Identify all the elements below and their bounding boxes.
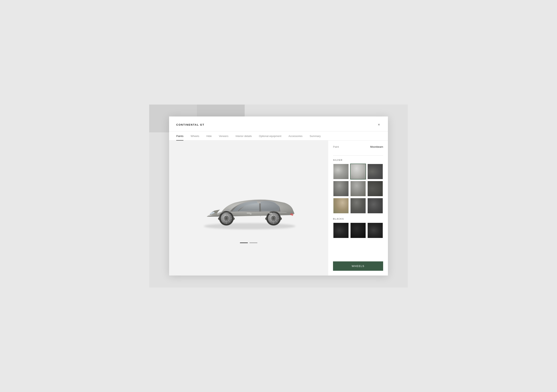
color-swatch-silver-1[interactable] — [333, 164, 349, 179]
blacks-section-label: BLACKS — [333, 218, 383, 220]
paint-header: Paint Moonbeam — [333, 145, 383, 148]
outer-wrapper: CONTINENTAL GT × Paints Wheels Hide Vene… — [149, 104, 408, 288]
silver-color-grid — [333, 164, 383, 214]
svg-point-0 — [204, 223, 295, 229]
dot-1[interactable] — [240, 242, 248, 243]
car-visual — [191, 173, 306, 237]
color-swatch-silver-4[interactable] — [333, 181, 349, 197]
dots-nav — [240, 242, 257, 243]
color-swatch-silver-9[interactable] — [367, 198, 383, 214]
right-panel: Paint Moonbeam SILVER — [328, 141, 388, 275]
modal-title: CONTINENTAL GT — [176, 123, 205, 126]
tab-accessories[interactable]: Accessories — [288, 131, 302, 140]
color-swatch-silver-5[interactable] — [350, 181, 366, 197]
svg-rect-26 — [269, 213, 272, 214]
color-swatch-black-3[interactable] — [367, 223, 383, 238]
wheels-next-button[interactable]: Wheels — [333, 261, 383, 271]
silver-section-label: SILVER — [333, 159, 383, 161]
paint-label: Paint — [333, 145, 339, 148]
paint-value: Moonbeam — [370, 145, 383, 148]
svg-rect-27 — [259, 203, 261, 211]
modal-nav: Paints Wheels Hide Veneers Interior deta… — [169, 131, 388, 141]
tab-paints[interactable]: Paints — [176, 131, 183, 140]
color-swatch-silver-7[interactable] — [333, 198, 349, 214]
tab-hide[interactable]: Hide — [206, 131, 212, 140]
dot-2[interactable] — [249, 242, 257, 243]
tab-optional-equipment[interactable]: Optional equipment — [259, 131, 281, 140]
tab-summary[interactable]: Summary — [310, 131, 321, 140]
close-button[interactable]: × — [377, 122, 381, 127]
car-display — [169, 141, 328, 275]
color-swatch-silver-2[interactable] — [350, 164, 366, 179]
modal: CONTINENTAL GT × Paints Wheels Hide Vene… — [169, 117, 388, 275]
car-image-area — [177, 173, 320, 237]
svg-point-13 — [225, 217, 228, 220]
svg-point-28 — [250, 213, 252, 215]
tab-veneers[interactable]: Veneers — [219, 131, 228, 140]
blacks-color-grid — [333, 223, 383, 238]
color-swatch-silver-6[interactable] — [367, 181, 383, 197]
modal-body: Paint Moonbeam SILVER — [169, 141, 388, 275]
color-swatch-silver-3[interactable] — [367, 164, 383, 179]
color-swatch-silver-8[interactable] — [350, 198, 366, 214]
color-swatch-black-2[interactable] — [350, 223, 366, 238]
divider-line — [333, 155, 383, 156]
tab-interior-details[interactable]: Interior details — [236, 131, 252, 140]
modal-header: CONTINENTAL GT × — [169, 117, 388, 131]
svg-point-24 — [272, 217, 275, 220]
color-swatch-black-1[interactable] — [333, 223, 349, 238]
tab-wheels[interactable]: Wheels — [191, 131, 199, 140]
